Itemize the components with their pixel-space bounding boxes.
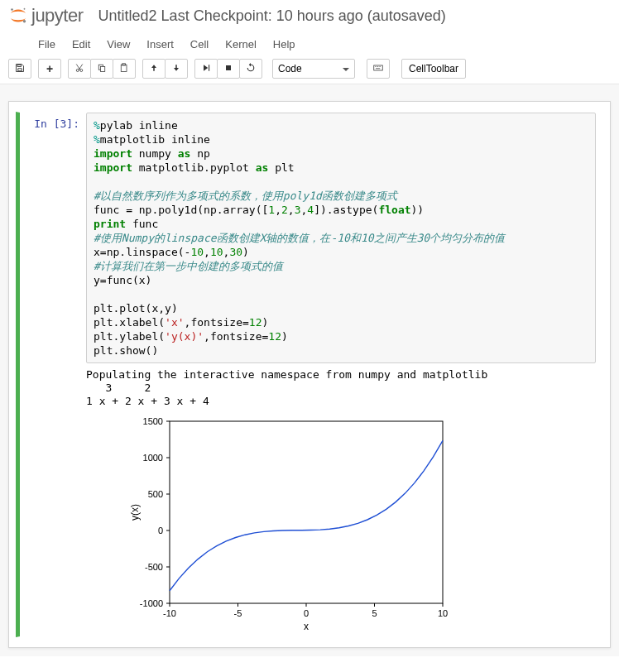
- add-cell-button[interactable]: +: [38, 59, 61, 79]
- run-step-icon: [201, 63, 211, 74]
- jupyter-logo[interactable]: jupyter: [8, 5, 84, 26]
- notebook-container: In [3]: %pylab inline %matplotlib inline…: [0, 84, 619, 656]
- cut-icon: [74, 63, 84, 74]
- arrow-down-icon: [171, 63, 181, 74]
- jupyter-logo-text: jupyter: [31, 5, 84, 26]
- svg-text:0: 0: [158, 526, 163, 535]
- menu-insert[interactable]: Insert: [146, 38, 174, 50]
- header: jupyter Untitled2 Last Checkpoint: 10 ho…: [0, 0, 619, 30]
- svg-text:0: 0: [304, 608, 309, 618]
- restart-icon: [246, 63, 256, 74]
- svg-text:1000: 1000: [143, 453, 163, 463]
- svg-point-4: [80, 70, 83, 72]
- svg-rect-11: [374, 65, 383, 70]
- restart-button[interactable]: [239, 59, 262, 79]
- svg-text:-5: -5: [234, 608, 242, 618]
- plus-icon: +: [46, 62, 53, 75]
- cell-toolbar-button[interactable]: CellToolbar: [401, 59, 466, 79]
- menu-kernel[interactable]: Kernel: [225, 38, 257, 50]
- cut-button[interactable]: [68, 59, 91, 79]
- svg-point-2: [24, 8, 26, 10]
- menu-file[interactable]: File: [38, 38, 55, 50]
- copy-button[interactable]: [90, 59, 113, 79]
- svg-text:y(x): y(x): [129, 504, 141, 521]
- svg-text:10: 10: [438, 608, 448, 618]
- move-down-button[interactable]: [165, 59, 188, 79]
- cell-toolbar-label: CellToolbar: [409, 63, 458, 74]
- menubar: File Edit View Insert Cell Kernel Help: [0, 30, 619, 55]
- arrow-up-icon: [149, 63, 159, 74]
- cell-type-select[interactable]: Code: [272, 59, 355, 79]
- code-cell[interactable]: In [3]: %pylab inline %matplotlib inline…: [16, 112, 603, 637]
- svg-rect-10: [226, 65, 231, 70]
- svg-text:500: 500: [148, 489, 163, 499]
- svg-point-3: [76, 70, 79, 72]
- move-up-button[interactable]: [142, 59, 166, 79]
- run-step-button[interactable]: [194, 59, 218, 79]
- svg-point-1: [23, 20, 26, 22]
- save-icon: [15, 63, 25, 74]
- menu-edit[interactable]: Edit: [72, 38, 90, 50]
- menu-help[interactable]: Help: [273, 38, 295, 50]
- menu-view[interactable]: View: [107, 38, 130, 50]
- toolbar: +: [0, 55, 619, 84]
- svg-rect-12: [170, 421, 443, 603]
- svg-text:x: x: [304, 621, 309, 632]
- svg-rect-9: [209, 65, 209, 71]
- svg-point-0: [11, 8, 13, 11]
- menu-cell[interactable]: Cell: [190, 38, 209, 50]
- svg-text:5: 5: [372, 608, 377, 618]
- save-button[interactable]: [8, 59, 31, 79]
- checkpoint-text: Last Checkpoint: 10 hours ago (autosaved…: [161, 7, 446, 24]
- input-prompt: In [3]:: [20, 113, 86, 636]
- interrupt-button[interactable]: [217, 59, 240, 79]
- notebook-title[interactable]: Untitled2: [98, 7, 157, 24]
- svg-rect-6: [101, 67, 105, 72]
- stop-icon: [223, 63, 233, 74]
- jupyter-icon: [8, 6, 28, 26]
- paste-icon: [119, 63, 129, 74]
- svg-rect-7: [121, 65, 127, 71]
- svg-text:-500: -500: [145, 562, 163, 572]
- output-text: Populating the interactive namespace fro…: [86, 363, 596, 411]
- keyboard-icon: [373, 63, 383, 74]
- code-input[interactable]: %pylab inline %matplotlib inline import …: [86, 113, 596, 363]
- svg-text:-1000: -1000: [140, 598, 163, 608]
- command-palette-button[interactable]: [367, 59, 390, 79]
- svg-text:1500: 1500: [143, 416, 163, 426]
- output-chart: -10-50510 -1000-500050010001500 x y(x): [124, 413, 596, 636]
- copy-icon: [97, 63, 107, 74]
- cell-type-selected: Code: [278, 63, 302, 74]
- paste-button[interactable]: [113, 59, 136, 79]
- svg-text:-10: -10: [163, 608, 176, 618]
